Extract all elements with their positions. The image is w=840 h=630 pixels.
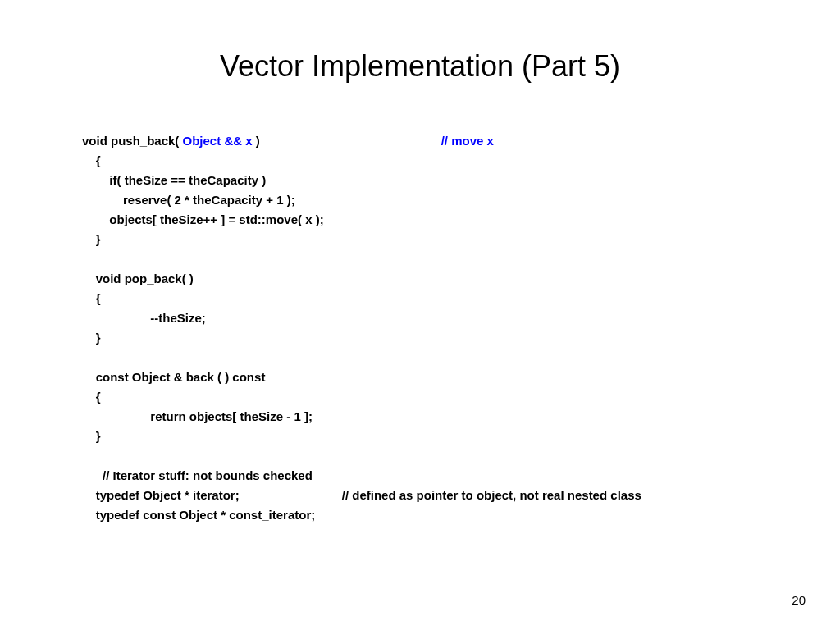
code-comment: // move x: [441, 134, 494, 148]
code-line: ): [253, 134, 260, 148]
code-line: {: [82, 153, 101, 167]
code-line: objects[ theSize++ ] = std::move( x );: [82, 212, 324, 226]
slide: Vector Implementation (Part 5) void push…: [0, 0, 840, 630]
code-comment: // defined as pointer to object, not rea…: [342, 488, 641, 502]
code-line: void push_back(: [82, 134, 183, 148]
page-number: 20: [792, 593, 806, 607]
code-line: typedef Object * iterator;: [82, 488, 240, 502]
slide-title: Vector Implementation (Part 5): [0, 49, 840, 84]
code-line: }: [82, 232, 101, 246]
code-highlight: Object && x: [183, 134, 253, 148]
code-line: // Iterator stuff: not bounds checked: [82, 468, 313, 482]
code-line: }: [82, 331, 101, 345]
code-line: if( theSize == theCapacity ): [82, 173, 266, 187]
code-line: }: [82, 429, 101, 443]
code-line: --theSize;: [82, 311, 206, 325]
code-line: {: [82, 291, 101, 305]
code-line: reserve( 2 * theCapacity + 1 );: [82, 193, 295, 207]
code-line: {: [82, 390, 101, 404]
code-block: void push_back( Object && x ) // move x …: [82, 131, 641, 525]
code-line: return objects[ theSize - 1 ];: [82, 409, 313, 423]
code-line: typedef const Object * const_iterator;: [82, 508, 315, 522]
code-line: const Object & back ( ) const: [82, 370, 265, 384]
code-line: void pop_back( ): [82, 272, 194, 285]
